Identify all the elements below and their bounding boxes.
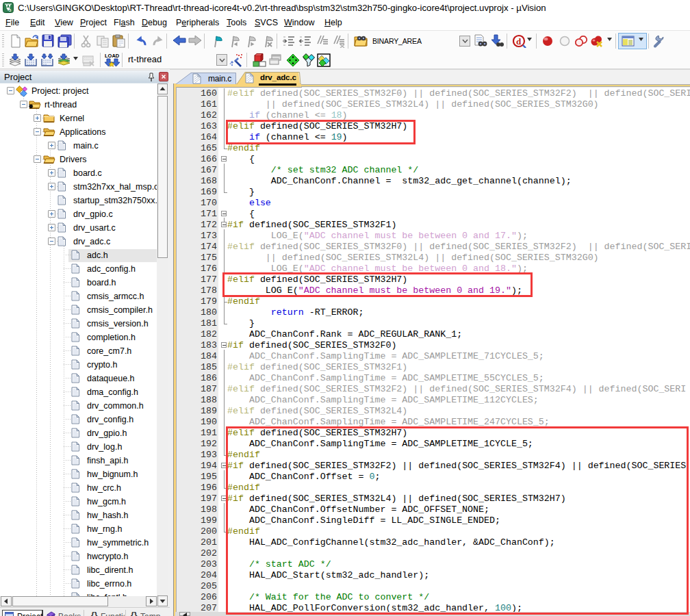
svg-text:LOAD: LOAD — [105, 53, 120, 59]
svg-text:d: d — [516, 36, 522, 47]
